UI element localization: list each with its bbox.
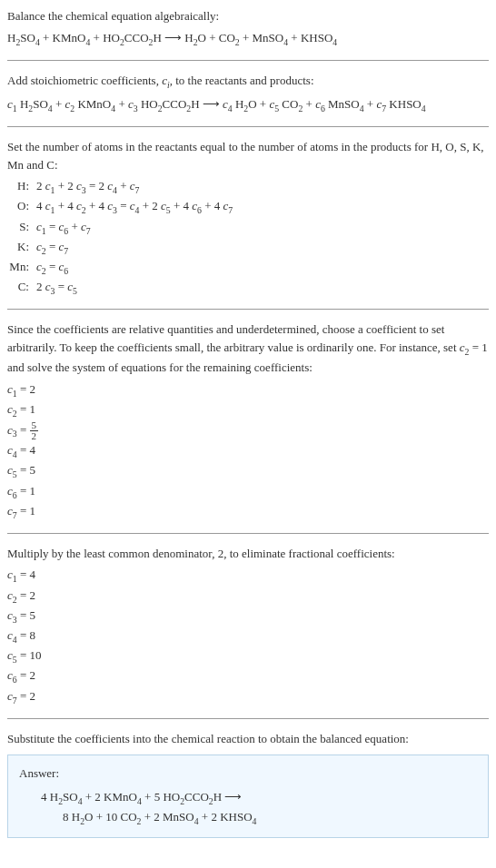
eq-part: CCO: [184, 790, 209, 804]
eq-part: + 2 MnSO: [141, 810, 193, 824]
coeff-line: c5 = 5: [7, 461, 489, 481]
eq-part: KMnO: [74, 97, 111, 111]
divider: [7, 718, 489, 719]
equation-with-coefficients: c1 H2SO4 + c2 KMnO4 + c3 HO2CCO2H ⟶ c4 H…: [7, 95, 489, 115]
atom-row-k: K: c2 = c7: [7, 238, 489, 258]
eq-part: + MnSO: [240, 31, 284, 44]
eq-part: H: [182, 31, 193, 44]
text-part: Add stoichiometric coefficients,: [7, 74, 162, 87]
atom-equation: c2 = c6: [36, 258, 489, 278]
coeff-line: c4 = 4: [7, 441, 489, 461]
divider: [7, 309, 489, 310]
eq-part: MnSO: [325, 97, 360, 111]
coefficients-list-1: c1 = 2 c2 = 1 c3 = 52 c4 = 4 c5 = 5 c6 =…: [7, 380, 489, 522]
eq-part: +: [115, 97, 128, 111]
intro-text: Since the coefficients are relative quan…: [7, 321, 489, 376]
eq-part: H: [17, 97, 29, 111]
eq-part: CCO: [163, 97, 187, 111]
answer-label: Answer:: [19, 764, 477, 783]
atom-label: K:: [7, 238, 36, 258]
section-solve-coefficients: Since the coefficients are relative quan…: [7, 321, 489, 521]
eq-sub: 4: [253, 816, 257, 826]
atom-equation: c2 = c7: [36, 238, 489, 258]
coeff-line: c2 = 1: [7, 400, 489, 420]
atoms-table: H: 2 c1 + 2 c3 = 2 c4 + c7 O: 4 c1 + 4 c…: [7, 177, 489, 298]
eq-sub: 4: [422, 104, 426, 113]
eq-part: +: [364, 97, 377, 111]
equation-unbalanced: H2SO4 + KMnO4 + HO2CCO2H ⟶ H2O + CO2 + M…: [7, 29, 489, 49]
coeff-line: c1 = 2: [7, 380, 489, 400]
answer-equation-line1: 4 H2SO4 + 2 KMnO4 + 5 HO2CCO2H ⟶: [19, 788, 477, 808]
eq-part: H: [233, 97, 244, 111]
coeff-line: c3 = 52: [7, 420, 489, 441]
divider: [7, 533, 489, 534]
eq-part: +: [53, 97, 65, 111]
coeff-line: c1 = 4: [7, 566, 489, 586]
eq-part: H: [7, 31, 15, 44]
atom-row-c: C: 2 c3 = c5: [7, 278, 489, 298]
eq-part: SO: [33, 97, 48, 111]
arrow-icon: ⟶: [224, 790, 242, 804]
coeff-line: c3 = 5: [7, 607, 489, 626]
atom-label: S:: [7, 218, 36, 238]
eq-part: +: [303, 97, 315, 111]
eq-part: 8 H: [63, 810, 80, 824]
coeff-line: c6 = 2: [7, 666, 489, 686]
eq-part: + 2 KMnO: [83, 790, 137, 804]
fraction: 52: [30, 420, 39, 441]
coeff-line: c7 = 2: [7, 687, 489, 707]
eq-part: O + CO: [198, 31, 235, 44]
coeff-line: c4 = 8: [7, 626, 489, 646]
eq-part: SO: [20, 31, 35, 44]
eq-part: SO: [63, 790, 78, 804]
atom-row-mn: Mn: c2 = c6: [7, 258, 489, 278]
eq-part: HO: [138, 97, 158, 111]
atom-equation: 4 c1 + 4 c2 + 4 c3 = c4 + 2 c5 + 4 c6 + …: [36, 197, 489, 217]
section-atom-equations: Set the number of atoms in the reactants…: [7, 138, 489, 298]
eq-part: + KMnO: [40, 31, 86, 44]
text-part: , to the reactants and products:: [170, 74, 314, 87]
eq-part: + 2 KHSO: [199, 810, 253, 824]
intro-text: Substitute the coefficients into the che…: [7, 730, 489, 748]
eq-part: 4 H: [41, 790, 58, 804]
eq-part: H: [191, 97, 203, 111]
eq-part: + KHSO: [288, 31, 332, 44]
atom-label: H:: [7, 177, 36, 197]
coeff-line: c7 = 1: [7, 502, 489, 522]
divider: [7, 60, 489, 61]
arrow-icon: ⟶: [203, 97, 220, 111]
eq-part: CCO: [124, 31, 149, 44]
atom-equation: c1 = c6 + c7: [36, 218, 489, 238]
eq-sub: 4: [332, 36, 337, 46]
atom-label: Mn:: [7, 258, 36, 278]
atom-label: C:: [7, 278, 36, 298]
atom-row-o: O: 4 c1 + 4 c2 + 4 c3 = c4 + 2 c5 + 4 c6…: [7, 197, 489, 217]
eq-part: + HO: [90, 31, 120, 44]
eq-part: O +: [248, 97, 269, 111]
answer-equation-line2: 8 H2O + 10 CO2 + 2 MnSO4 + 2 KHSO4: [19, 808, 477, 828]
intro-text: Set the number of atoms in the reactants…: [7, 138, 489, 173]
atom-row-h: H: 2 c1 + 2 c3 = 2 c4 + c7: [7, 177, 489, 197]
text-part: Since the coefficients are relative quan…: [7, 322, 460, 354]
eq-part: KHSO: [386, 97, 422, 111]
coefficients-list-2: c1 = 4 c2 = 2 c3 = 5 c4 = 8 c5 = 10 c6 =…: [7, 566, 489, 706]
atom-label: O:: [7, 197, 36, 217]
intro-text: Balance the chemical equation algebraica…: [7, 7, 489, 25]
arrow-icon: ⟶: [164, 31, 182, 44]
coeff-line: c6 = 1: [7, 482, 489, 502]
eq-part: H: [213, 790, 225, 804]
intro-text: Add stoichiometric coefficients, ci, to …: [7, 72, 489, 92]
divider: [7, 126, 489, 127]
section-final-answer: Substitute the coefficients into the che…: [7, 730, 489, 838]
eq-part: CO: [279, 97, 298, 111]
eq-part: O + 10 CO: [84, 810, 137, 824]
eq-part: + 5 HO: [142, 790, 180, 804]
atom-row-s: S: c1 = c6 + c7: [7, 218, 489, 238]
coeff-line: c5 = 10: [7, 646, 489, 666]
atom-equation: 2 c3 = c5: [36, 278, 489, 298]
section-multiply-lcd: Multiply by the least common denominator…: [7, 545, 489, 707]
coeff-line: c2 = 2: [7, 587, 489, 607]
eq-part: H: [153, 31, 164, 44]
section-coefficients-intro: Add stoichiometric coefficients, ci, to …: [7, 72, 489, 115]
atom-equation: 2 c1 + 2 c3 = 2 c4 + c7: [36, 177, 489, 197]
